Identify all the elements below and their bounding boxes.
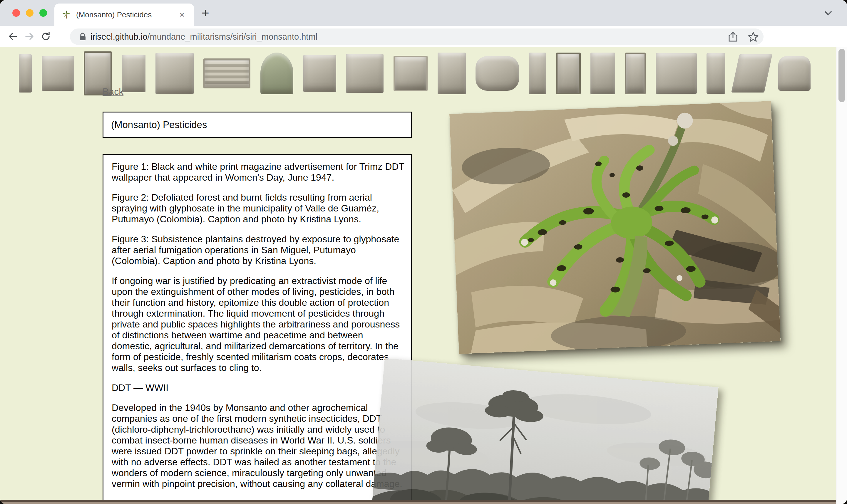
window-controls bbox=[12, 9, 47, 17]
ddt-wwii-paragraph: Developed in the 1940s by Monsanto and o… bbox=[112, 402, 405, 489]
folded-banner-thumbnail[interactable] bbox=[156, 53, 194, 94]
back-link[interactable]: Back bbox=[103, 86, 123, 97]
next-image-top-edge bbox=[0, 500, 836, 504]
monument-tower-thumbnail[interactable] bbox=[122, 55, 145, 92]
browser-window: (Monsanto) Pesticides × + bbox=[0, 0, 847, 504]
forward-button[interactable] bbox=[21, 28, 38, 44]
kneeling-figure-thumbnail[interactable] bbox=[707, 53, 725, 94]
plantains-photo bbox=[449, 101, 781, 354]
document-envelope-thumbnail[interactable] bbox=[656, 53, 697, 94]
intro-paragraph: If ongoing war is justified by predicati… bbox=[112, 275, 405, 373]
statue-figure-thumbnail[interactable] bbox=[529, 53, 546, 94]
gangway-ramp-thumbnail[interactable] bbox=[731, 54, 772, 92]
address-bar-actions bbox=[728, 29, 759, 45]
page-title-box: (Monsanto) Pesticides bbox=[103, 112, 412, 138]
reload-icon bbox=[40, 31, 51, 42]
reload-button[interactable] bbox=[38, 28, 54, 44]
close-window-button[interactable] bbox=[12, 9, 20, 17]
url-path: /mundane_militarisms/siri/siri_monsanto.… bbox=[147, 32, 317, 41]
figure3-caption: Figure 3: Subsistence plantains destroye… bbox=[112, 234, 405, 266]
browser-toolbar: iriseel.github.io/mundane_militarisms/si… bbox=[0, 26, 847, 47]
address-bar[interactable]: iriseel.github.io/mundane_militarisms/si… bbox=[70, 29, 763, 45]
lock-icon bbox=[79, 32, 86, 41]
stacked-cans-thumbnail[interactable] bbox=[590, 53, 615, 94]
back-arrow-icon bbox=[7, 31, 18, 42]
palm-plant-thumbnail[interactable] bbox=[260, 53, 293, 94]
printing-machine-thumbnail[interactable] bbox=[42, 56, 74, 91]
tab-title: (Monsanto) Pesticides bbox=[76, 10, 177, 19]
page-title: (Monsanto) Pesticides bbox=[111, 119, 207, 130]
figure1-caption: Figure 1: Black and white print magazine… bbox=[112, 161, 405, 183]
new-tab-button[interactable]: + bbox=[201, 6, 209, 19]
share-icon[interactable] bbox=[728, 32, 738, 42]
back-button[interactable] bbox=[5, 28, 21, 44]
active-tab[interactable]: (Monsanto) Pesticides × bbox=[54, 3, 194, 26]
palm-plant-favicon-icon bbox=[62, 10, 71, 19]
figure2-caption: Figure 2: Defoliated forest and burnt fi… bbox=[112, 192, 405, 225]
url-domain: iriseel.github.io bbox=[90, 32, 147, 41]
tab-strip: (Monsanto) Pesticides × + bbox=[0, 0, 847, 26]
propaganda-poster-thumbnail[interactable] bbox=[556, 53, 581, 94]
soldier-figure-thumbnail[interactable] bbox=[438, 53, 466, 94]
screenshot-stage: (Monsanto) Pesticides × + bbox=[0, 0, 847, 504]
article-text-box: Figure 1: Black and white print magazine… bbox=[103, 154, 412, 504]
wagon-cart-thumbnail[interactable] bbox=[303, 55, 336, 92]
poster-banner-thumbnail[interactable] bbox=[19, 54, 32, 92]
ddt-wwii-heading: DDT — WWII bbox=[112, 382, 405, 393]
forward-arrow-icon bbox=[24, 31, 35, 42]
ration-box-c-thumbnail[interactable] bbox=[393, 56, 428, 91]
object-thumbnail-nav bbox=[0, 50, 829, 97]
tab-close-icon[interactable]: × bbox=[177, 10, 186, 20]
chevron-down-icon[interactable] bbox=[822, 8, 834, 18]
page-content: Back (Monsanto) Pesticides Figure 1: Bla… bbox=[0, 47, 847, 504]
zoom-window-button[interactable] bbox=[39, 9, 47, 17]
url-text: iriseel.github.io/mundane_militarisms/si… bbox=[90, 32, 317, 42]
minimize-window-button[interactable] bbox=[26, 9, 34, 17]
banknote-thumbnail[interactable] bbox=[204, 58, 250, 88]
page-scrollbar[interactable] bbox=[836, 47, 847, 504]
scrollbar-thumb[interactable] bbox=[839, 49, 845, 102]
armchair-thumbnail[interactable] bbox=[778, 56, 811, 91]
defoliated-forest-photo bbox=[366, 358, 718, 504]
bookmark-star-icon[interactable] bbox=[748, 32, 759, 42]
road-sign-thumbnail[interactable] bbox=[346, 54, 384, 93]
sandals-thumbnail[interactable] bbox=[476, 56, 519, 91]
tall-poster-thumbnail[interactable] bbox=[625, 53, 646, 94]
